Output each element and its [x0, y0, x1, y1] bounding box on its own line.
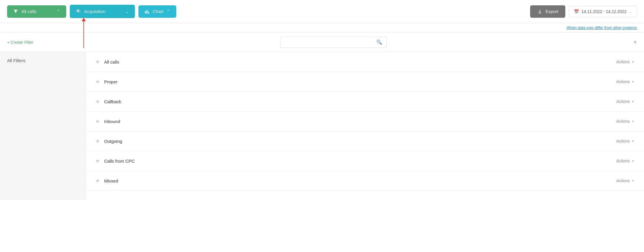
- actions-label: Actions: [616, 159, 630, 163]
- star-icon[interactable]: ★: [95, 138, 100, 144]
- sidebar: All Filters: [0, 52, 86, 200]
- filter-list-item: ★ All calls Actions ▼: [86, 52, 644, 72]
- search-box: 🔍: [280, 37, 387, 48]
- eye-icon: 👁: [76, 8, 81, 14]
- actions-caret-icon: ▼: [632, 60, 635, 64]
- chevron-up-icon-chart: ⌃: [167, 9, 170, 14]
- actions-button[interactable]: Actions ▼: [616, 59, 635, 64]
- acquisition-label: Acquisition: [84, 9, 106, 14]
- info-link[interactable]: When data may differ from other systems: [0, 23, 644, 33]
- svg-rect-2: [148, 12, 149, 13]
- item-label: Outgoing: [104, 139, 122, 144]
- filter-list: ★ All calls Actions ▼ ★ Proper Actions ▼…: [86, 52, 644, 200]
- actions-button[interactable]: Actions ▼: [616, 79, 635, 84]
- actions-caret-icon: ▼: [632, 120, 635, 123]
- sidebar-title: All Filters: [7, 58, 25, 63]
- export-icon: [537, 9, 543, 14]
- item-left-2: ★ Callback: [95, 98, 121, 105]
- filter-list-item: ★ Calls from CPC Actions ▼: [86, 151, 644, 171]
- item-label: Calls from CPC: [104, 159, 135, 164]
- item-label: Callback: [104, 99, 121, 104]
- all-calls-label: All calls: [21, 9, 36, 14]
- search-input[interactable]: [285, 40, 374, 45]
- item-left-4: ★ Outgoing: [95, 138, 122, 144]
- svg-rect-1: [147, 10, 148, 13]
- chevron-down-icon-date: ⌄: [629, 9, 632, 14]
- actions-caret-icon: ▼: [632, 159, 635, 163]
- chevron-down-icon: ⌄: [125, 9, 129, 14]
- actions-button[interactable]: Actions ▼: [616, 159, 635, 163]
- top-bar: All calls ⌃ 👁 Acquisition ⌄ Chart ⌃ Expo…: [0, 0, 644, 23]
- filter-list-item: ★ Outgoing Actions ▼: [86, 131, 644, 151]
- star-icon[interactable]: ★: [95, 158, 100, 164]
- calendar-icon: 📅: [574, 9, 579, 14]
- all-calls-button[interactable]: All calls ⌃: [7, 5, 66, 18]
- filter-icon: [13, 9, 18, 14]
- star-icon[interactable]: ★: [95, 78, 100, 85]
- actions-caret-icon: ▼: [632, 80, 635, 83]
- star-icon[interactable]: ★: [95, 118, 100, 125]
- actions-label: Actions: [616, 99, 630, 104]
- item-label: Proper: [104, 79, 117, 84]
- date-range-picker[interactable]: 📅 14.11.2022 - 14.12.2022 ⌄: [569, 6, 637, 17]
- search-icon: 🔍: [376, 39, 382, 45]
- star-icon[interactable]: ★: [95, 59, 100, 65]
- chart-button[interactable]: Chart ⌃: [138, 5, 176, 18]
- item-left-5: ★ Calls from CPC: [95, 158, 135, 164]
- star-icon[interactable]: ★: [95, 177, 100, 184]
- red-arrow: [83, 18, 84, 48]
- filter-list-item: ★ Inbound Actions ▼: [86, 112, 644, 131]
- actions-caret-icon: ▼: [632, 100, 635, 103]
- arrow-head: [82, 18, 86, 21]
- filter-list-item: ★ Missed Actions ▼: [86, 171, 644, 191]
- sub-bar: + Create Filter 🔍 ×: [0, 33, 644, 52]
- item-label: All calls: [104, 59, 119, 64]
- actions-button[interactable]: Actions ▼: [616, 178, 635, 183]
- actions-label: Actions: [616, 178, 630, 183]
- filter-list-item: ★ Proper Actions ▼: [86, 72, 644, 92]
- export-label: Export: [545, 9, 558, 14]
- create-filter-button[interactable]: + Create Filter: [7, 40, 33, 45]
- close-button[interactable]: ×: [633, 39, 637, 46]
- actions-button[interactable]: Actions ▼: [616, 99, 635, 104]
- item-label: Inbound: [104, 119, 120, 124]
- actions-button[interactable]: Actions ▼: [616, 119, 635, 124]
- item-left-1: ★ Proper: [95, 78, 117, 85]
- export-button[interactable]: Export: [530, 5, 565, 18]
- item-left-0: ★ All calls: [95, 59, 119, 65]
- actions-label: Actions: [616, 119, 630, 124]
- actions-label: Actions: [616, 139, 630, 143]
- main-content: All Filters ★ All calls Actions ▼ ★ Prop…: [0, 52, 644, 200]
- actions-label: Actions: [616, 59, 630, 64]
- actions-caret-icon: ▼: [632, 179, 635, 182]
- actions-button[interactable]: Actions ▼: [616, 139, 635, 143]
- star-icon[interactable]: ★: [95, 98, 100, 105]
- actions-caret-icon: ▼: [632, 140, 635, 143]
- item-left-3: ★ Inbound: [95, 118, 120, 125]
- svg-rect-0: [145, 11, 146, 13]
- chevron-up-icon: ⌃: [57, 9, 60, 14]
- actions-label: Actions: [616, 79, 630, 84]
- chart-label: Chart: [153, 9, 164, 14]
- item-label: Missed: [104, 178, 118, 183]
- arrow-line: [83, 18, 84, 48]
- date-range-text: 14.11.2022 - 14.12.2022: [581, 9, 627, 14]
- item-left-6: ★ Missed: [95, 177, 118, 184]
- filter-list-item: ★ Callback Actions ▼: [86, 92, 644, 112]
- bar-chart-icon: [144, 9, 150, 14]
- acquisition-button[interactable]: 👁 Acquisition ⌄: [70, 5, 135, 18]
